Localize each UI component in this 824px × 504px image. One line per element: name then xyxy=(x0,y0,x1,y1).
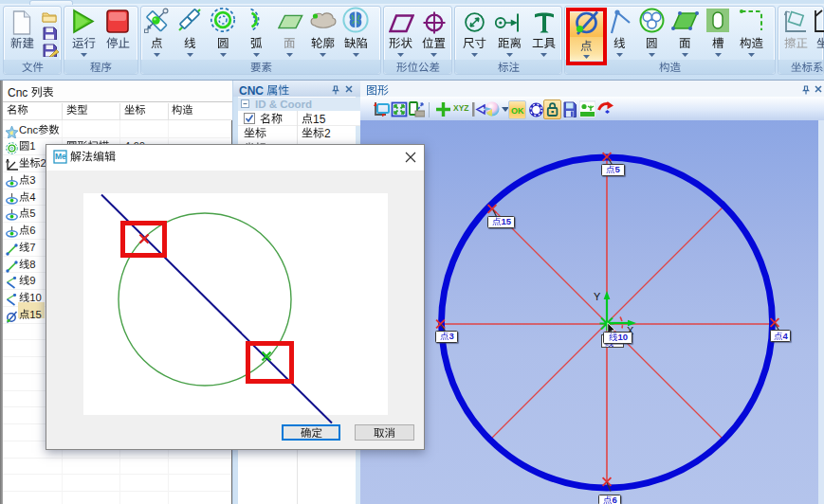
svg-text:6: 6 xyxy=(612,495,616,504)
svg-text:4: 4 xyxy=(782,331,788,341)
svg-text:6: 6 xyxy=(29,225,35,236)
svg-text:15: 15 xyxy=(29,309,42,320)
svg-text:5: 5 xyxy=(29,207,35,219)
svg-text:9: 9 xyxy=(29,275,35,286)
svg-text:3: 3 xyxy=(449,332,453,342)
svg-text:10: 10 xyxy=(617,333,628,343)
svg-text:1: 1 xyxy=(29,140,35,152)
svg-text:3: 3 xyxy=(29,174,35,186)
svg-text:15: 15 xyxy=(501,217,511,227)
svg-text:Cnc: Cnc xyxy=(8,86,27,99)
svg-text:7: 7 xyxy=(29,242,35,253)
svg-text:15: 15 xyxy=(313,112,326,125)
svg-text:CNC: CNC xyxy=(239,83,264,97)
svg-text:XYZ: XYZ xyxy=(453,103,468,113)
svg-text:ID & Coord: ID & Coord xyxy=(255,99,312,110)
svg-text:8: 8 xyxy=(29,259,35,270)
svg-text:Cnc: Cnc xyxy=(19,124,38,135)
svg-text:4: 4 xyxy=(29,191,35,203)
svg-text:2: 2 xyxy=(324,127,331,140)
svg-text:Y: Y xyxy=(594,290,601,301)
svg-text:OK: OK xyxy=(511,105,524,115)
svg-text:10: 10 xyxy=(29,292,42,303)
svg-text:5: 5 xyxy=(615,165,621,175)
